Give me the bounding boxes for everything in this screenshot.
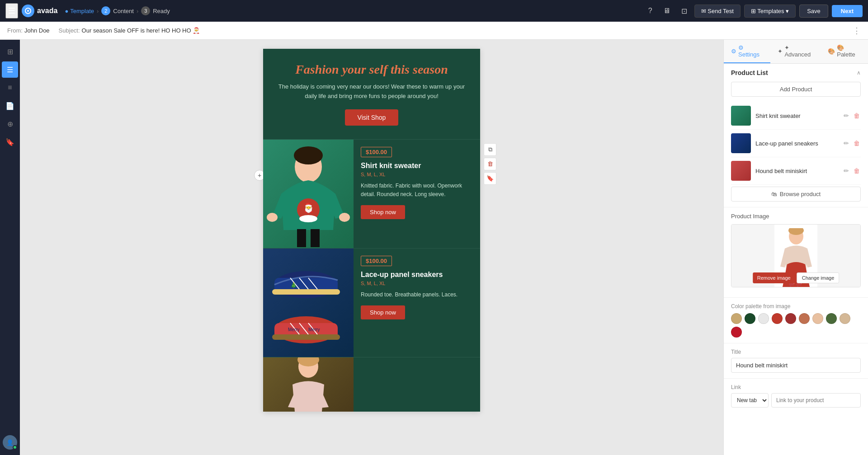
- from-value: John Doe: [24, 27, 50, 34]
- edit-sneaker-button[interactable]: ✏: [843, 139, 850, 148]
- breadcrumb-sep-1: ›: [97, 8, 99, 14]
- svg-rect-32: [789, 283, 794, 286]
- title-section: Title: [724, 343, 868, 379]
- product-2-sizes: S, M, L, XL: [361, 281, 473, 286]
- section-title-row: Product List ∧: [731, 69, 861, 76]
- thumb-sneaker: [731, 133, 751, 153]
- breadcrumb-ready-label[interactable]: Ready: [153, 8, 170, 14]
- online-indicator: [13, 445, 17, 450]
- list-item-shirt-actions: ✏ 🗑: [843, 111, 861, 120]
- next-button[interactable]: Next: [832, 5, 863, 17]
- svg-rect-10: [311, 229, 320, 247]
- breadcrumb-step-1[interactable]: ● Template: [65, 8, 94, 14]
- tab-palette[interactable]: 🎨 🎨 Palette: [821, 40, 868, 63]
- right-panel-tabs: ⚙ ⚙ Settings ✦ ✦ Advanced 🎨 🎨 Palette: [724, 40, 868, 64]
- swatch-7[interactable]: [812, 313, 823, 324]
- product-image-label: Product Image: [731, 213, 861, 220]
- product-image-preview: Remove image Change image: [731, 224, 861, 287]
- sidebar-icon-saved[interactable]: 🔖: [2, 134, 18, 150]
- delete-sneaker-button[interactable]: 🗑: [853, 139, 861, 148]
- sidebar-icon-list[interactable]: ☰: [2, 61, 18, 78]
- templates-button[interactable]: ⊞ Templates ▾: [744, 5, 796, 18]
- link-url-input[interactable]: [771, 393, 861, 408]
- title-input[interactable]: [731, 358, 861, 373]
- product-1-shop-now-button[interactable]: Shop now: [361, 205, 405, 219]
- swatch-8[interactable]: [826, 313, 837, 324]
- breadcrumb-content-label[interactable]: Content: [113, 8, 134, 14]
- visit-shop-button[interactable]: Visit Shop: [345, 109, 399, 126]
- link-target-select[interactable]: New tab: [731, 393, 769, 408]
- edit-shirt-button[interactable]: ✏: [843, 111, 850, 120]
- product-2-shop-now-button[interactable]: Shop now: [361, 305, 405, 319]
- subject-bar-more-button[interactable]: ⋮: [853, 26, 861, 36]
- remove-image-button[interactable]: Remove image: [753, 272, 795, 283]
- breadcrumb: ● Template › 2 Content › 3 Ready: [65, 6, 170, 15]
- swatch-3[interactable]: [758, 313, 769, 324]
- swatch-4[interactable]: [772, 313, 783, 324]
- duplicate-row-button[interactable]: ⧉: [484, 143, 496, 156]
- sidebar-icon-grid[interactable]: ⊞: [2, 43, 18, 60]
- from-label: From:: [7, 27, 23, 34]
- bookmark-row-button[interactable]: 🔖: [484, 172, 496, 185]
- hamburger-menu-button[interactable]: ☰: [5, 3, 18, 19]
- email-header-text: The holiday is coming very near our door…: [272, 82, 471, 101]
- fullscreen-button[interactable]: ⊡: [678, 5, 691, 17]
- subject-bar: From: John Doe Subject: Our season Sale …: [0, 22, 868, 40]
- browse-product-button[interactable]: 🛍 Browse product: [731, 187, 861, 202]
- svg-point-5: [299, 215, 317, 222]
- collapse-icon[interactable]: ∧: [857, 70, 861, 76]
- swatch-9[interactable]: [840, 313, 850, 324]
- breadcrumb-sep-2: ›: [137, 8, 138, 14]
- link-field-label: Link: [731, 384, 861, 390]
- delete-miniskirt-button[interactable]: 🗑: [853, 166, 861, 175]
- list-item-shirt-name: Shirt knit sweater: [755, 113, 838, 119]
- list-item-sneaker: Lace-up panel sneakers ✏ 🗑: [731, 130, 861, 157]
- svg-rect-20: [272, 334, 340, 340]
- subject-value: Our season Sale OFF is here! HO HO HO 🎅: [82, 27, 200, 34]
- browse-icon: 🛍: [771, 191, 777, 197]
- color-palette-section: Color palette from image: [724, 298, 868, 343]
- swatch-6[interactable]: [799, 313, 810, 324]
- svg-rect-34: [790, 286, 791, 287]
- email-header-title: Fashion your self this season: [272, 62, 471, 77]
- svg-rect-9: [297, 229, 306, 247]
- sidebar-icon-plugins[interactable]: ⊕: [2, 116, 18, 132]
- sidebar-icon-blocks[interactable]: ≡: [2, 80, 18, 96]
- logo-icon: [22, 5, 34, 17]
- svg-text:🎄: 🎄: [290, 281, 297, 288]
- browse-product-label: Browse product: [780, 191, 821, 197]
- user-avatar[interactable]: 👤: [3, 435, 17, 450]
- sidebar-icon-pages[interactable]: 📄: [2, 98, 18, 114]
- svg-rect-33: [796, 283, 802, 286]
- list-item-miniskirt-actions: ✏ 🗑: [843, 166, 861, 175]
- swatch-1[interactable]: [731, 313, 742, 324]
- svg-text:Merry: Merry: [308, 327, 320, 332]
- breadcrumb-template-label: Template: [70, 8, 94, 14]
- tab-settings[interactable]: ⚙ ⚙ Settings: [724, 40, 770, 63]
- product-1-name: Shirt knit sweater: [361, 162, 473, 170]
- product-row-2: 🎄 Merry Merry: [263, 248, 480, 357]
- change-image-button[interactable]: Change image: [797, 272, 840, 283]
- right-panel: ⚙ ⚙ Settings ✦ ✦ Advanced 🎨 🎨 Palette Pr…: [723, 40, 868, 455]
- save-button[interactable]: Save: [799, 5, 828, 18]
- tab-advanced[interactable]: ✦ ✦ Advanced: [770, 40, 821, 63]
- shirt-image: 🎅: [263, 140, 354, 248]
- help-button[interactable]: ?: [645, 5, 656, 17]
- product-image-section: Product Image: [724, 207, 868, 298]
- email-header-section: Fashion your self this season The holida…: [263, 49, 480, 139]
- product-1-info: $100.00 Shirt knit sweater S, M, L, XL K…: [354, 140, 480, 248]
- swatch-2[interactable]: [745, 313, 755, 324]
- swatch-10[interactable]: [731, 327, 742, 338]
- delete-row-button[interactable]: 🗑: [484, 158, 496, 170]
- product-row-1: 🎅 $100.00: [263, 139, 480, 248]
- color-palette-label: Color palette from image: [731, 303, 861, 310]
- product-2-image: 🎄 Merry Merry: [263, 249, 354, 357]
- edit-miniskirt-button[interactable]: ✏: [843, 166, 850, 175]
- delete-shirt-button[interactable]: 🗑: [853, 111, 861, 120]
- preview-button[interactable]: 🖥: [660, 5, 674, 17]
- list-item-miniskirt-name: Hound belt miniskirt: [755, 168, 838, 174]
- add-product-button[interactable]: Add Product: [731, 82, 861, 97]
- swatch-5[interactable]: [785, 313, 796, 324]
- lady-image: [263, 357, 354, 412]
- send-test-button[interactable]: ✉ Send Test: [694, 5, 741, 18]
